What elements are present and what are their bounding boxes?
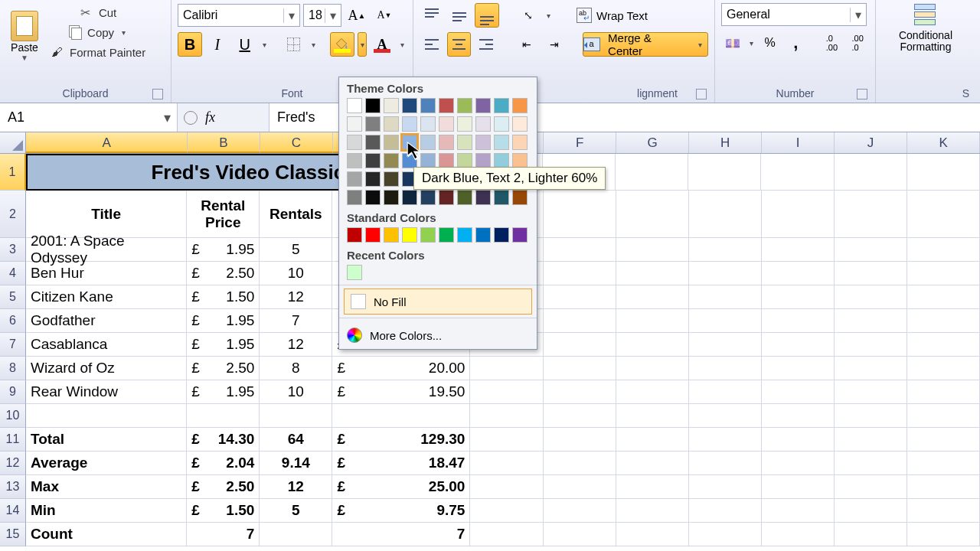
cell[interactable] [689, 499, 762, 523]
align-top-button[interactable] [420, 3, 444, 28]
column-header[interactable]: A [26, 132, 188, 153]
color-swatch[interactable] [439, 153, 454, 168]
color-swatch[interactable] [475, 116, 491, 132]
align-left-button[interactable] [420, 32, 444, 57]
color-swatch[interactable] [439, 190, 454, 205]
paste-button[interactable]: Paste ▼ [7, 3, 42, 69]
color-swatch[interactable] [512, 227, 528, 243]
underline-dropdown-arrow[interactable]: ▾ [260, 41, 270, 49]
underline-button[interactable]: U [233, 32, 257, 57]
color-swatch[interactable] [457, 135, 472, 150]
color-swatch[interactable] [475, 190, 491, 205]
column-header[interactable]: J [835, 132, 907, 153]
cell[interactable] [470, 428, 543, 452]
cell[interactable] [616, 452, 689, 475]
cell[interactable] [616, 404, 689, 428]
cell[interactable]: Rear Window [26, 380, 187, 404]
format-painter-button[interactable]: Format Painter [47, 43, 149, 61]
color-swatch[interactable] [347, 116, 362, 132]
cell[interactable] [835, 499, 907, 523]
color-swatch[interactable] [365, 171, 381, 187]
cell[interactable] [835, 333, 907, 357]
cell[interactable] [907, 238, 980, 262]
cell[interactable] [689, 357, 762, 380]
font-color-button[interactable]: A [370, 32, 394, 57]
cell[interactable]: 8 [260, 357, 332, 380]
cell[interactable]: 10 [260, 262, 332, 285]
color-swatch[interactable] [402, 98, 417, 113]
cell[interactable]: £20.00 [332, 357, 470, 380]
row-header[interactable]: 12 [0, 452, 26, 475]
decrease-font-size-button[interactable]: A▼ [372, 3, 397, 28]
orientation-dropdown-arrow[interactable]: ▾ [544, 11, 553, 20]
cell[interactable]: 5 [260, 499, 332, 523]
cell[interactable] [907, 499, 980, 523]
copy-dropdown-arrow[interactable]: ▾ [119, 28, 128, 37]
no-fill-item[interactable]: No Fill [344, 289, 532, 315]
cell[interactable]: £1.95 [187, 333, 260, 357]
cell[interactable] [835, 191, 907, 238]
cell[interactable] [762, 380, 835, 404]
cell[interactable]: 12 [260, 333, 332, 357]
column-header[interactable]: I [762, 132, 835, 153]
cell[interactable] [470, 404, 543, 428]
row-header[interactable]: 10 [0, 404, 26, 428]
color-swatch[interactable] [384, 153, 399, 168]
cell[interactable]: Title [26, 191, 187, 238]
row-header[interactable]: 3 [0, 238, 26, 262]
cell[interactable]: Wizard of Oz [26, 357, 187, 380]
cell[interactable] [470, 357, 543, 380]
cell[interactable] [688, 154, 761, 191]
color-swatch[interactable] [347, 171, 362, 187]
row-header[interactable]: 11 [0, 428, 26, 452]
cell[interactable] [762, 523, 835, 546]
cell[interactable]: £2.04 [187, 452, 260, 475]
color-swatch[interactable] [402, 135, 417, 150]
cell[interactable]: Average [26, 452, 187, 475]
column-header[interactable]: B [188, 132, 260, 153]
fill-color-button[interactable] [330, 32, 354, 57]
cell[interactable] [616, 191, 689, 238]
cell[interactable] [544, 523, 616, 546]
cell[interactable] [544, 475, 616, 499]
color-swatch[interactable] [512, 190, 528, 205]
cell[interactable] [907, 191, 980, 238]
cell[interactable] [689, 523, 762, 546]
color-swatch[interactable] [347, 190, 362, 205]
number-dialog-launcher[interactable] [857, 89, 867, 99]
borders-dropdown-arrow[interactable]: ▾ [309, 41, 318, 49]
cell[interactable] [762, 475, 835, 499]
row-header[interactable]: 6 [0, 309, 26, 333]
cell[interactable] [835, 285, 907, 309]
color-swatch[interactable] [512, 98, 528, 113]
cell[interactable]: £19.50 [332, 380, 470, 404]
cell[interactable] [762, 452, 835, 475]
color-swatch[interactable] [402, 190, 417, 205]
row-header[interactable]: 15 [0, 523, 26, 546]
color-swatch[interactable] [439, 227, 454, 243]
cell[interactable] [689, 238, 762, 262]
cell[interactable] [544, 191, 616, 238]
cell[interactable] [689, 428, 762, 452]
cell[interactable]: £1.50 [187, 285, 260, 309]
color-swatch[interactable] [365, 135, 381, 150]
cell[interactable] [907, 262, 980, 285]
number-format-combo[interactable]: General ▾ [721, 3, 867, 26]
cell[interactable] [544, 428, 616, 452]
cell[interactable] [689, 285, 762, 309]
cell[interactable] [26, 404, 187, 428]
cell[interactable] [835, 452, 907, 475]
cell[interactable] [544, 452, 616, 475]
cell[interactable] [689, 475, 762, 499]
cell[interactable]: Rental Price [187, 191, 260, 238]
cell[interactable] [907, 357, 980, 380]
cell[interactable]: £1.95 [187, 309, 260, 333]
color-swatch[interactable] [494, 190, 509, 205]
cell[interactable] [907, 333, 980, 357]
row-header[interactable]: 2 [0, 191, 26, 238]
cell[interactable]: 5 [260, 238, 332, 262]
cell[interactable] [332, 404, 470, 428]
cell[interactable]: 10 [260, 380, 332, 404]
cell[interactable] [762, 357, 835, 380]
cell[interactable] [835, 523, 907, 546]
